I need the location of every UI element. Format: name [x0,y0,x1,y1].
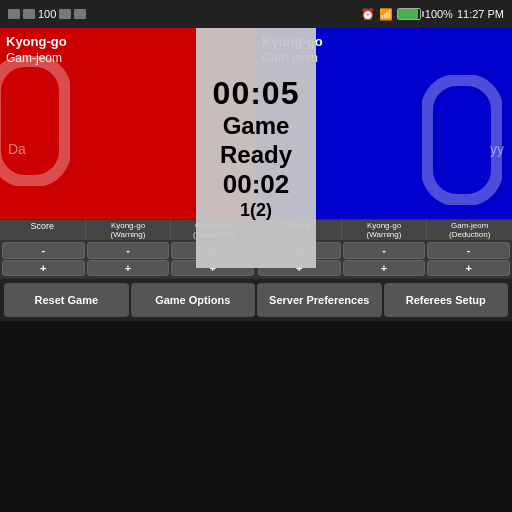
red-score-minus[interactable]: - [2,242,85,259]
center-panel: 00:05 Game Ready 00:02 1(2) [196,28,316,268]
game-options-button[interactable]: Game Options [131,283,256,317]
scoreboard: Kyong-go Gam-jeom Da Kyong-go Gam-jeom y… [0,28,512,219]
sim-icon [8,9,20,19]
blue-score-number [422,75,502,209]
status-right: ⏰ 📶 100% 11:27 PM [361,8,504,21]
status-icon-extra [59,9,71,19]
blue-deduction-minus[interactable]: - [427,242,510,259]
timer-main: 00:05 [213,75,300,112]
battery-icon [397,8,421,20]
red-score-label: Score [0,220,86,240]
timer-secondary: 00:02 [223,169,290,200]
red-warning-minus[interactable]: - [87,242,170,259]
status-bar: 100 ⏰ 📶 100% 11:27 PM [0,0,512,28]
red-warning-plus[interactable]: + [87,260,170,277]
status-left: 100 [8,8,86,20]
blue-deduction-plus[interactable]: + [427,260,510,277]
blue-deduction-label: Gam-jeom(Deduction) [427,220,512,240]
round-text: 1(2) [240,200,272,221]
red-score-group: - + [2,242,85,276]
red-warning-label: Kyong-go(Warning) [86,220,172,240]
signal-icon: 📶 [379,8,393,21]
battery-percent: 100% [425,8,453,20]
blue-deduction-group: - + [427,242,510,276]
server-preferences-button[interactable]: Server Preferences [257,283,382,317]
red-score-plus[interactable]: + [2,260,85,277]
alarm-icon: ⏰ [361,8,375,21]
referees-setup-button[interactable]: Referees Setup [384,283,509,317]
blue-warning-label: Kyong-go(Warning) [342,220,428,240]
image-icon [23,9,35,19]
status-icon-extra2 [74,9,86,19]
game-ready-text: Game Ready [202,112,310,170]
blue-warning-group: - + [343,242,426,276]
blue-warning-minus[interactable]: - [343,242,426,259]
bottom-space [0,321,512,512]
reset-game-button[interactable]: Reset Game [4,283,129,317]
footer-buttons: Reset Game Game Options Server Preferenc… [0,279,512,321]
phone-frame: 100 ⏰ 📶 100% 11:27 PM Kyong-go Gam-jeom … [0,0,512,512]
signal-strength: 100 [38,8,56,20]
clock: 11:27 PM [457,8,504,20]
red-score-number [0,56,70,209]
blue-warning-plus[interactable]: + [343,260,426,277]
main-content: Kyong-go Gam-jeom Da Kyong-go Gam-jeom y… [0,28,512,512]
svg-rect-0 [0,61,65,181]
red-warning-group: - + [87,242,170,276]
svg-rect-1 [427,80,497,200]
